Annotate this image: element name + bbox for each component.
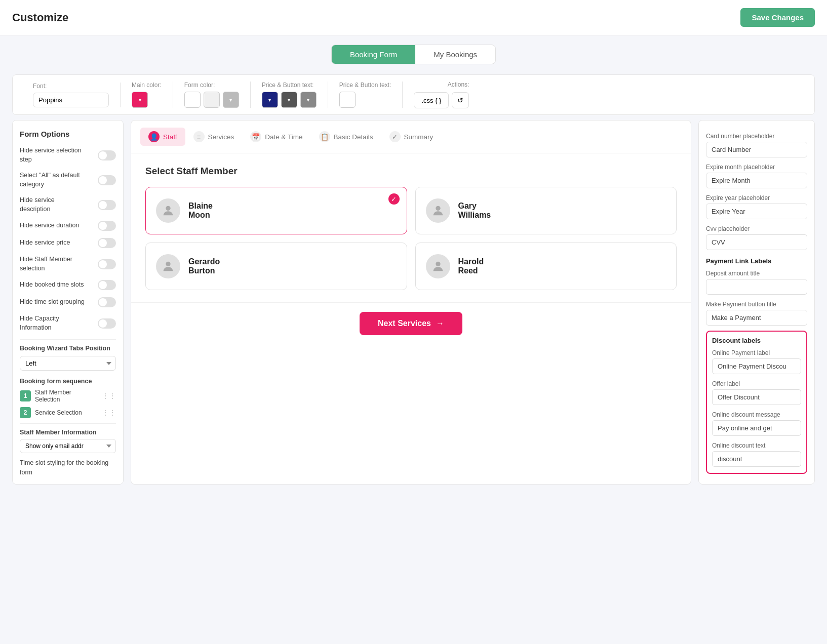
wizard-tab-basic-details[interactable]: 📋 Basic Details xyxy=(311,128,381,146)
font-label: Font: xyxy=(33,83,109,90)
expire-month-placeholder-label: Expire month placeholder xyxy=(706,164,807,171)
sequence-label: Booking form sequence xyxy=(20,378,116,385)
toggle-hide-service-price[interactable] xyxy=(98,238,116,248)
sidebar-item-hide-service-description: Hide service description xyxy=(20,196,116,214)
wizard-tab-staff[interactable]: 👤 Staff xyxy=(140,128,185,146)
sidebar-item-hide-service-duration: Hide service duration xyxy=(20,221,116,231)
price-button-label: Price & Button text: xyxy=(262,82,317,89)
sidebar-item-label: Hide time slot grouping xyxy=(20,298,85,307)
page-title: Customize xyxy=(12,11,68,24)
toggle-hide-capacity[interactable] xyxy=(98,318,116,329)
offer-label-input[interactable] xyxy=(712,389,801,405)
price-color-swatches: ▾ ▾ ▾ xyxy=(262,92,317,108)
font-select[interactable]: Poppins Roboto Open Sans xyxy=(33,93,109,107)
wizard-tab-services-label: Services xyxy=(208,133,234,141)
card-number-placeholder-input[interactable] xyxy=(706,142,807,157)
staff-card-1[interactable]: Blaine Moon ✓ xyxy=(145,187,407,234)
sequence-item-label-1: Staff Member Selection xyxy=(35,389,98,403)
online-discount-text-input[interactable] xyxy=(712,451,801,467)
form-color-swatch-gray[interactable]: ▾ xyxy=(223,92,239,108)
css-button[interactable]: .css { } xyxy=(414,92,449,108)
datetime-tab-icon: 📅 xyxy=(250,131,261,142)
payment-link-labels-title: Payment Link Labels xyxy=(706,257,807,265)
toggle-hide-service-duration[interactable] xyxy=(98,221,116,231)
toggle-hide-service-description[interactable] xyxy=(98,200,116,210)
staff-card-4[interactable]: Harold Reed xyxy=(415,243,677,290)
tab-booking-form[interactable]: Booking Form xyxy=(332,45,415,64)
toggle-hide-staff-member[interactable] xyxy=(98,259,116,269)
card-number-placeholder-label: Card number placeholder xyxy=(706,133,807,140)
main-layout: Form Options Hide service selection step… xyxy=(12,120,815,485)
drag-handle-2[interactable]: ⋮⋮ xyxy=(102,409,116,417)
staff-avatar-2 xyxy=(426,198,450,223)
expire-year-placeholder-input[interactable] xyxy=(706,204,807,219)
wizard-tab-services[interactable]: ≡ Services xyxy=(185,128,243,146)
price-button-section: Price & Button text: ▾ ▾ ▾ xyxy=(251,82,328,108)
staff-name-1: Blaine Moon xyxy=(188,202,213,220)
main-color-label: Main color: xyxy=(132,82,162,89)
wizard-tab-summary[interactable]: ✓ Summary xyxy=(381,128,442,146)
discount-section: Discount labels Online Payment label Off… xyxy=(706,331,807,474)
online-discount-text-label: Online discount text xyxy=(712,442,801,449)
staff-grid: Blaine Moon ✓ Gary Williams xyxy=(145,187,677,290)
form-color-section: Form color: ▾ xyxy=(173,82,251,108)
chevron-down-icon: ▾ xyxy=(288,97,290,103)
actions-label: Actions: xyxy=(448,81,469,88)
price-color-swatch-darkblue[interactable]: ▾ xyxy=(262,92,278,108)
price-color-swatch-darkgray3[interactable]: ▾ xyxy=(300,92,317,108)
form-color-swatch-lightgray[interactable] xyxy=(204,92,220,108)
staff-card-3[interactable]: Gerardo Burton xyxy=(145,243,407,290)
toggle-hide-service-selection[interactable] xyxy=(98,150,116,160)
wizard-tab-basic-details-label: Basic Details xyxy=(334,133,373,141)
deposit-amount-title-label: Deposit amount title xyxy=(706,270,807,277)
save-button[interactable]: Save Changes xyxy=(740,8,815,27)
sequence-item-1: 1 Staff Member Selection ⋮⋮ xyxy=(20,389,116,403)
staff-avatar-3 xyxy=(156,254,180,278)
toggle-select-all-default[interactable] xyxy=(98,175,116,185)
expire-month-placeholder-input[interactable] xyxy=(706,173,807,188)
refresh-button[interactable]: ↺ xyxy=(452,92,469,108)
price-button-text-swatch[interactable] xyxy=(339,92,356,108)
staff-card-2[interactable]: Gary Williams xyxy=(415,187,677,234)
section-title: Select Staff Member xyxy=(145,166,677,177)
form-color-swatches: ▾ xyxy=(184,92,239,108)
make-payment-button-input[interactable] xyxy=(706,310,807,326)
tabs-position-label: Booking Wizard Tabs Position xyxy=(20,345,116,352)
right-sidebar: Card number placeholder Expire month pla… xyxy=(698,120,815,485)
sidebar-item-label: Hide Staff Member selection xyxy=(20,255,86,273)
tab-my-bookings[interactable]: My Bookings xyxy=(415,45,495,64)
online-discount-message-input[interactable] xyxy=(712,420,801,436)
top-tab-bar: Booking Form My Bookings xyxy=(0,35,827,69)
deposit-amount-title-input[interactable] xyxy=(706,279,807,295)
staff-info-select[interactable]: Show only email addr Show full info xyxy=(20,439,116,453)
svg-point-1 xyxy=(436,206,440,211)
wizard-tab-datetime-label: Date & Time xyxy=(265,133,302,141)
form-color-swatch-white[interactable] xyxy=(184,92,201,108)
next-services-button[interactable]: Next Services → xyxy=(360,312,462,335)
toggle-hide-time-slot-grouping[interactable] xyxy=(98,297,116,307)
drag-handle-1[interactable]: ⋮⋮ xyxy=(102,392,116,400)
price-button-text-section: Price & Button text: xyxy=(328,82,403,108)
summary-tab-icon: ✓ xyxy=(389,131,401,142)
sidebar-item-hide-time-slot-grouping: Hide time slot grouping xyxy=(20,297,116,307)
discount-labels-title: Discount labels xyxy=(712,337,801,344)
online-discount-message-label: Online discount message xyxy=(712,411,801,418)
main-color-swatches: ▾ xyxy=(132,92,162,108)
services-tab-icon: ≡ xyxy=(193,131,205,142)
chevron-down-icon: ▾ xyxy=(268,97,271,103)
chevron-down-icon: ▾ xyxy=(229,97,232,103)
price-color-swatch-darkgray2[interactable]: ▾ xyxy=(281,92,297,108)
chevron-down-icon: ▾ xyxy=(139,97,141,103)
wizard-tab-datetime[interactable]: 📅 Date & Time xyxy=(242,128,310,146)
sidebar-item-label: Select "All" as default category xyxy=(20,171,86,189)
main-color-swatch-pink[interactable]: ▾ xyxy=(132,92,148,108)
tabs-position-select[interactable]: Left Top Right xyxy=(20,356,116,371)
wizard-tabs: 👤 Staff ≡ Services 📅 Date & Time 📋 Basic… xyxy=(131,120,691,153)
wizard-tab-staff-label: Staff xyxy=(163,133,177,141)
online-payment-label-input[interactable] xyxy=(712,358,801,374)
svg-point-3 xyxy=(436,262,440,266)
cvv-placeholder-input[interactable] xyxy=(706,234,807,250)
price-button-text-swatches xyxy=(339,92,391,108)
toggle-hide-booked-time[interactable] xyxy=(98,280,116,290)
sidebar-item-label: Hide service selection step xyxy=(20,146,86,164)
